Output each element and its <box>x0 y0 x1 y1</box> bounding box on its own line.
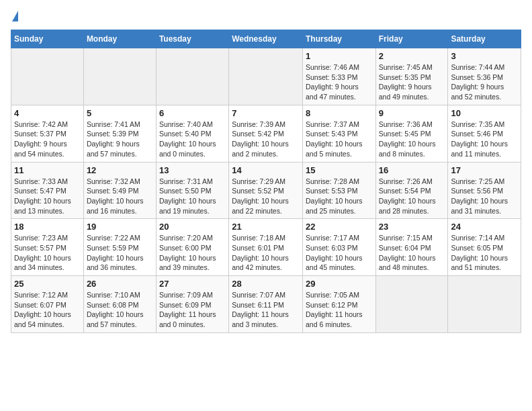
day-info: Sunrise: 7:14 AM Sunset: 6:05 PM Dayligh… <box>451 233 518 273</box>
day-info: Sunrise: 7:28 AM Sunset: 5:53 PM Dayligh… <box>306 177 373 216</box>
column-header-thursday: Thursday <box>302 30 375 48</box>
calendar-cell: 28Sunrise: 7:07 AM Sunset: 6:11 PM Dayli… <box>229 276 303 333</box>
day-number: 26 <box>87 279 153 289</box>
day-info: Sunrise: 7:09 AM Sunset: 6:09 PM Dayligh… <box>159 290 226 330</box>
logo <box>11 11 18 21</box>
calendar-cell: 6Sunrise: 7:40 AM Sunset: 5:40 PM Daylig… <box>156 105 228 162</box>
day-number: 8 <box>306 108 373 118</box>
calendar-cell: 11Sunrise: 7:33 AM Sunset: 5:47 PM Dayli… <box>11 162 84 219</box>
day-info: Sunrise: 7:32 AM Sunset: 5:49 PM Dayligh… <box>87 177 153 216</box>
day-info: Sunrise: 7:33 AM Sunset: 5:47 PM Dayligh… <box>14 177 81 216</box>
calendar-cell: 3Sunrise: 7:44 AM Sunset: 5:36 PM Daylig… <box>448 48 521 105</box>
day-number: 23 <box>379 222 445 232</box>
calendar-cell: 22Sunrise: 7:17 AM Sunset: 6:03 PM Dayli… <box>302 219 375 276</box>
calendar-body: 1Sunrise: 7:46 AM Sunset: 5:33 PM Daylig… <box>11 48 521 333</box>
calendar-week-row: 1Sunrise: 7:46 AM Sunset: 5:33 PM Daylig… <box>11 48 521 105</box>
day-number: 18 <box>14 222 81 232</box>
calendar-cell: 18Sunrise: 7:23 AM Sunset: 5:57 PM Dayli… <box>11 219 84 276</box>
day-info: Sunrise: 7:39 AM Sunset: 5:42 PM Dayligh… <box>232 120 300 159</box>
calendar-cell: 7Sunrise: 7:39 AM Sunset: 5:42 PM Daylig… <box>229 105 303 162</box>
calendar-cell: 10Sunrise: 7:35 AM Sunset: 5:46 PM Dayli… <box>448 105 521 162</box>
calendar-cell: 14Sunrise: 7:29 AM Sunset: 5:52 PM Dayli… <box>229 162 303 219</box>
column-header-monday: Monday <box>83 30 156 48</box>
logo-triangle-icon <box>12 11 18 21</box>
day-info: Sunrise: 7:23 AM Sunset: 5:57 PM Dayligh… <box>14 233 81 273</box>
calendar-cell: 26Sunrise: 7:10 AM Sunset: 6:08 PM Dayli… <box>83 276 156 333</box>
calendar-cell: 9Sunrise: 7:36 AM Sunset: 5:45 PM Daylig… <box>375 105 448 162</box>
column-header-saturday: Saturday <box>448 30 521 48</box>
calendar-cell: 19Sunrise: 7:22 AM Sunset: 5:59 PM Dayli… <box>83 219 156 276</box>
calendar-cell: 24Sunrise: 7:14 AM Sunset: 6:05 PM Dayli… <box>448 219 521 276</box>
calendar-cell: 12Sunrise: 7:32 AM Sunset: 5:49 PM Dayli… <box>83 162 156 219</box>
day-info: Sunrise: 7:15 AM Sunset: 6:04 PM Dayligh… <box>379 233 445 273</box>
calendar-cell: 21Sunrise: 7:18 AM Sunset: 6:01 PM Dayli… <box>229 219 303 276</box>
day-info: Sunrise: 7:31 AM Sunset: 5:50 PM Dayligh… <box>159 177 226 216</box>
day-info: Sunrise: 7:17 AM Sunset: 6:03 PM Dayligh… <box>306 233 373 273</box>
column-header-friday: Friday <box>375 30 448 48</box>
calendar-cell: 23Sunrise: 7:15 AM Sunset: 6:04 PM Dayli… <box>375 219 448 276</box>
day-info: Sunrise: 7:46 AM Sunset: 5:33 PM Dayligh… <box>306 62 373 102</box>
day-number: 16 <box>379 165 445 175</box>
day-number: 11 <box>14 165 81 175</box>
day-info: Sunrise: 7:12 AM Sunset: 6:07 PM Dayligh… <box>14 290 81 330</box>
calendar-table: SundayMondayTuesdayWednesdayThursdayFrid… <box>11 30 521 333</box>
column-header-tuesday: Tuesday <box>156 30 228 48</box>
day-number: 15 <box>306 165 373 175</box>
day-info: Sunrise: 7:37 AM Sunset: 5:43 PM Dayligh… <box>306 120 373 159</box>
day-number: 12 <box>87 165 153 175</box>
day-number: 28 <box>232 279 300 289</box>
calendar-cell: 29Sunrise: 7:05 AM Sunset: 6:12 PM Dayli… <box>302 276 375 333</box>
day-info: Sunrise: 7:44 AM Sunset: 5:36 PM Dayligh… <box>451 62 518 102</box>
calendar-cell: 1Sunrise: 7:46 AM Sunset: 5:33 PM Daylig… <box>302 48 375 105</box>
day-number: 24 <box>451 222 518 232</box>
day-number: 21 <box>232 222 300 232</box>
day-info: Sunrise: 7:35 AM Sunset: 5:46 PM Dayligh… <box>451 120 518 159</box>
day-info: Sunrise: 7:40 AM Sunset: 5:40 PM Dayligh… <box>159 120 226 159</box>
calendar-cell: 16Sunrise: 7:26 AM Sunset: 5:54 PM Dayli… <box>375 162 448 219</box>
day-info: Sunrise: 7:10 AM Sunset: 6:08 PM Dayligh… <box>87 290 153 330</box>
column-header-sunday: Sunday <box>11 30 84 48</box>
day-number: 19 <box>87 222 153 232</box>
day-number: 22 <box>306 222 373 232</box>
day-number: 27 <box>159 279 226 289</box>
day-info: Sunrise: 7:45 AM Sunset: 5:35 PM Dayligh… <box>379 62 445 102</box>
day-number: 25 <box>14 279 81 289</box>
day-info: Sunrise: 7:07 AM Sunset: 6:11 PM Dayligh… <box>232 290 300 330</box>
calendar-cell: 25Sunrise: 7:12 AM Sunset: 6:07 PM Dayli… <box>11 276 84 333</box>
calendar-cell: 20Sunrise: 7:20 AM Sunset: 6:00 PM Dayli… <box>156 219 228 276</box>
day-number: 1 <box>306 51 373 61</box>
calendar-week-row: 4Sunrise: 7:42 AM Sunset: 5:37 PM Daylig… <box>11 105 521 162</box>
day-info: Sunrise: 7:05 AM Sunset: 6:12 PM Dayligh… <box>306 290 373 330</box>
day-number: 9 <box>379 108 445 118</box>
calendar-cell: 2Sunrise: 7:45 AM Sunset: 5:35 PM Daylig… <box>375 48 448 105</box>
day-info: Sunrise: 7:25 AM Sunset: 5:56 PM Dayligh… <box>451 177 518 216</box>
day-number: 2 <box>379 51 445 61</box>
day-info: Sunrise: 7:42 AM Sunset: 5:37 PM Dayligh… <box>14 120 81 159</box>
calendar-cell <box>156 48 228 105</box>
calendar-cell: 13Sunrise: 7:31 AM Sunset: 5:50 PM Dayli… <box>156 162 228 219</box>
day-info: Sunrise: 7:29 AM Sunset: 5:52 PM Dayligh… <box>232 177 300 216</box>
day-info: Sunrise: 7:20 AM Sunset: 6:00 PM Dayligh… <box>159 233 226 273</box>
day-info: Sunrise: 7:26 AM Sunset: 5:54 PM Dayligh… <box>379 177 445 216</box>
day-number: 3 <box>451 51 518 61</box>
calendar-week-row: 18Sunrise: 7:23 AM Sunset: 5:57 PM Dayli… <box>11 219 521 276</box>
calendar-cell: 5Sunrise: 7:41 AM Sunset: 5:39 PM Daylig… <box>83 105 156 162</box>
calendar-cell <box>83 48 156 105</box>
day-number: 7 <box>232 108 300 118</box>
day-info: Sunrise: 7:22 AM Sunset: 5:59 PM Dayligh… <box>87 233 153 273</box>
day-number: 5 <box>87 108 153 118</box>
calendar-cell <box>375 276 448 333</box>
header <box>11 11 521 21</box>
day-info: Sunrise: 7:18 AM Sunset: 6:01 PM Dayligh… <box>232 233 300 273</box>
calendar-week-row: 25Sunrise: 7:12 AM Sunset: 6:07 PM Dayli… <box>11 276 521 333</box>
day-number: 10 <box>451 108 518 118</box>
day-number: 13 <box>159 165 226 175</box>
calendar-cell: 15Sunrise: 7:28 AM Sunset: 5:53 PM Dayli… <box>302 162 375 219</box>
calendar-cell: 17Sunrise: 7:25 AM Sunset: 5:56 PM Dayli… <box>448 162 521 219</box>
column-header-wednesday: Wednesday <box>229 30 303 48</box>
day-number: 14 <box>232 165 300 175</box>
calendar-cell <box>448 276 521 333</box>
calendar-cell: 27Sunrise: 7:09 AM Sunset: 6:09 PM Dayli… <box>156 276 228 333</box>
day-number: 20 <box>159 222 226 232</box>
day-info: Sunrise: 7:41 AM Sunset: 5:39 PM Dayligh… <box>87 120 153 159</box>
